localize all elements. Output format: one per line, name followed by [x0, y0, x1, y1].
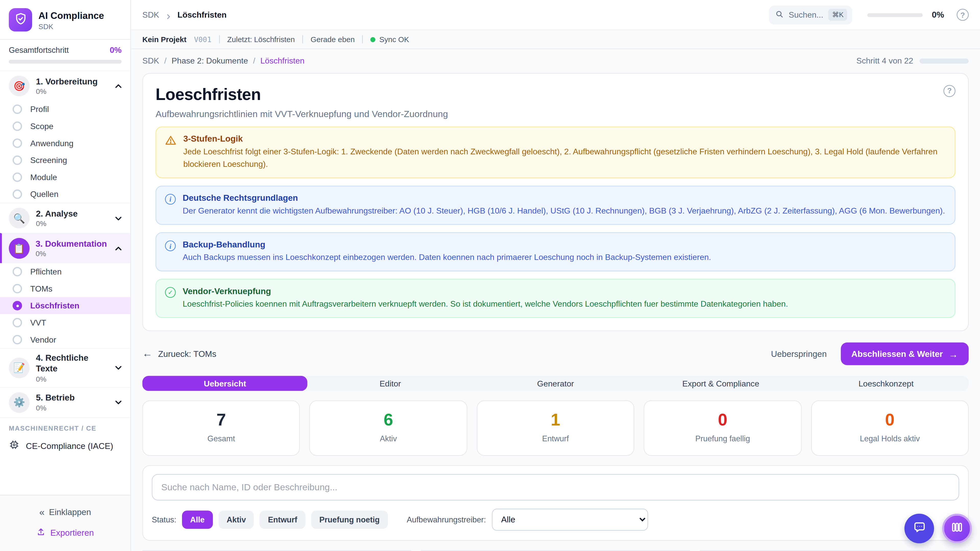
- app-header: AI Compliance SDK: [0, 0, 130, 39]
- tab-loeschkonzept[interactable]: Loeschkonzept: [803, 376, 969, 391]
- app-root: AI Compliance SDK Gesamtfortschritt 0% 🎯…: [0, 0, 980, 551]
- chip-icon: [9, 439, 20, 453]
- collapse-sidebar-button[interactable]: « Einklappen: [0, 502, 130, 522]
- breadcrumb-sdk[interactable]: SDK: [142, 56, 159, 65]
- callout-body: Jede Loeschfrist folgt einer 3-Stufen-Lo…: [183, 145, 946, 170]
- breadcrumb-phase[interactable]: Phase 2: Dokumente: [172, 56, 248, 65]
- step-label: Schritt 4 von 22: [856, 56, 913, 65]
- sidebar-item-loeschfristen[interactable]: Löschfristen: [0, 297, 130, 314]
- content-scroll-area[interactable]: SDK / Phase 2: Dokumente / Löschfristen …: [131, 49, 980, 551]
- app-title-block: AI Compliance SDK: [38, 10, 104, 30]
- stat-gesamt: 7 Gesamt: [142, 400, 300, 456]
- version-badge: V001: [194, 35, 211, 44]
- callout-title: 3-Stufen-Logik: [183, 134, 946, 143]
- section-label: 5. Betrieb: [36, 393, 108, 404]
- skip-button[interactable]: Ueberspringen: [771, 349, 827, 359]
- status-filter-alle[interactable]: Alle: [182, 511, 213, 529]
- stats-row: 7 Gesamt 6 Aktiv 1 Entwurf 0 Pruefung fa…: [142, 400, 969, 456]
- tab-generator[interactable]: Generator: [473, 376, 638, 391]
- board-view-button[interactable]: [942, 514, 972, 543]
- divider: [219, 35, 220, 43]
- step-status-icon: [13, 318, 22, 327]
- chevron-down-icon: [114, 364, 123, 372]
- info-icon: i: [165, 241, 176, 251]
- callout-body: Loeschfrist-Policies koennen mit Auftrag…: [183, 298, 788, 311]
- section-label: 1. Vorbereitung: [36, 76, 108, 87]
- chevron-down-icon: [114, 214, 123, 223]
- columns-icon: [950, 521, 964, 537]
- arrow-left-icon: ←: [142, 348, 152, 360]
- memo-pencil-icon: 📝: [9, 357, 30, 378]
- help-icon[interactable]: ?: [957, 9, 969, 21]
- chat-assistant-button[interactable]: [904, 514, 934, 543]
- wizard-nav-row: ← Zurueck: TOMs Ueberspringen Abschliess…: [142, 343, 969, 365]
- chevron-up-icon: [114, 82, 123, 91]
- sidebar-item-profil[interactable]: Profil: [0, 101, 130, 118]
- callout-title: Backup-Behandlung: [183, 240, 711, 249]
- overall-progress: Gesamtfortschritt 0%: [0, 39, 130, 70]
- sync-ok-dot-icon: [371, 37, 375, 42]
- status-filter-aktiv[interactable]: Aktiv: [218, 511, 254, 529]
- tab-export-compliance[interactable]: Export & Compliance: [638, 376, 803, 391]
- breadcrumb-current: Löschfristen: [177, 10, 227, 19]
- breadcrumb-root[interactable]: SDK: [142, 10, 159, 19]
- status-filter-pruefung-noetig[interactable]: Pruefung noetig: [311, 511, 388, 529]
- section-label: 3. Dokumentation: [35, 239, 108, 250]
- back-to-toms-button[interactable]: ← Zurueck: TOMs: [142, 348, 771, 360]
- status-filter-label: Status:: [152, 515, 177, 524]
- policy-search-input[interactable]: [152, 474, 959, 501]
- sidebar-item-screening[interactable]: Screening: [0, 152, 130, 169]
- sidebar-section-analyse[interactable]: 🔍 2. Analyse 0%: [0, 203, 130, 233]
- double-chevron-left-icon: «: [39, 507, 43, 518]
- overall-progress-bar: [9, 60, 122, 64]
- callout-title: Deutsche Rechtsgrundlagen: [183, 193, 945, 203]
- export-button[interactable]: Exportieren: [0, 523, 130, 543]
- callout-vendor-verknuepfung: ✓ Vendor-Verknuepfung Loeschfrist-Polici…: [156, 279, 956, 318]
- filter-card: Status: Alle Aktiv Entwurf Pruefung noet…: [142, 465, 969, 541]
- sync-status: Sync OK: [371, 35, 409, 44]
- global-search-button[interactable]: Suchen... ⌘K: [769, 5, 853, 24]
- sidebar-footer: « Einklappen Exportieren: [0, 495, 130, 551]
- step-progress-bar: [920, 59, 969, 64]
- step-status-icon: [13, 284, 22, 293]
- step-status-active-icon: [13, 301, 22, 310]
- step-status-icon: [13, 335, 22, 345]
- sidebar-item-vvt[interactable]: VVT: [0, 314, 130, 331]
- statusbar: Kein Projekt V001 Zuletzt: Löschfristen …: [131, 30, 980, 49]
- tab-editor[interactable]: Editor: [307, 376, 473, 391]
- sidebar-item-pflichten[interactable]: Pflichten: [0, 263, 130, 280]
- sidebar-section-vorbereitung[interactable]: 🎯 1. Vorbereitung 0%: [0, 70, 130, 100]
- app-logo: [9, 8, 32, 32]
- floating-buttons: [904, 514, 972, 543]
- section-percent: 0%: [36, 404, 108, 412]
- tab-uebersicht[interactable]: Uebersicht: [142, 376, 308, 391]
- app-subtitle: SDK: [38, 22, 104, 30]
- sidebar-item-module[interactable]: Module: [0, 168, 130, 186]
- page-help-icon[interactable]: ?: [943, 85, 956, 97]
- driver-filter-select[interactable]: Alle: [492, 509, 648, 531]
- sidebar-item-toms[interactable]: TOMs: [0, 280, 130, 297]
- finish-and-next-button[interactable]: Abschliessen & Weiter →: [841, 343, 969, 365]
- sidebar-section-betrieb[interactable]: ⚙️ 5. Betrieb 0%: [0, 387, 130, 417]
- chevron-up-icon: [114, 244, 123, 253]
- info-icon: i: [165, 194, 176, 205]
- divider: [302, 35, 303, 43]
- magnifier-icon: 🔍: [9, 208, 30, 228]
- upload-icon: [37, 528, 45, 538]
- sidebar-item-anwendung[interactable]: Anwendung: [0, 135, 130, 152]
- sidebar-section-dokumentation[interactable]: 📋 3. Dokumentation 0%: [0, 233, 130, 263]
- section-label: 4. Rechtliche Texte: [36, 353, 108, 374]
- callout-body: Auch Backups muessen ins Loeschkonzept e…: [183, 251, 711, 264]
- sidebar-item-scope[interactable]: Scope: [0, 118, 130, 135]
- sidebar-item-ce-compliance[interactable]: CE-Compliance (IACE): [0, 434, 130, 459]
- callout-title: Vendor-Verknuepfung: [183, 287, 788, 296]
- sidebar-section-rechtliche-texte[interactable]: 📝 4. Rechtliche Texte 0%: [0, 348, 130, 387]
- sidebar-item-quellen[interactable]: Quellen: [0, 186, 130, 203]
- section-label: 2. Analyse: [36, 209, 108, 219]
- overall-progress-label: Gesamtfortschritt: [9, 46, 69, 55]
- keyboard-shortcut-badge: ⌘K: [829, 9, 848, 21]
- status-filter-entwurf[interactable]: Entwurf: [260, 511, 305, 529]
- step-progress: Schritt 4 von 22: [856, 56, 969, 65]
- sidebar-item-vendor[interactable]: Vendor: [0, 331, 130, 348]
- driver-filter-label: Aufbewahrungstreiber:: [407, 515, 486, 524]
